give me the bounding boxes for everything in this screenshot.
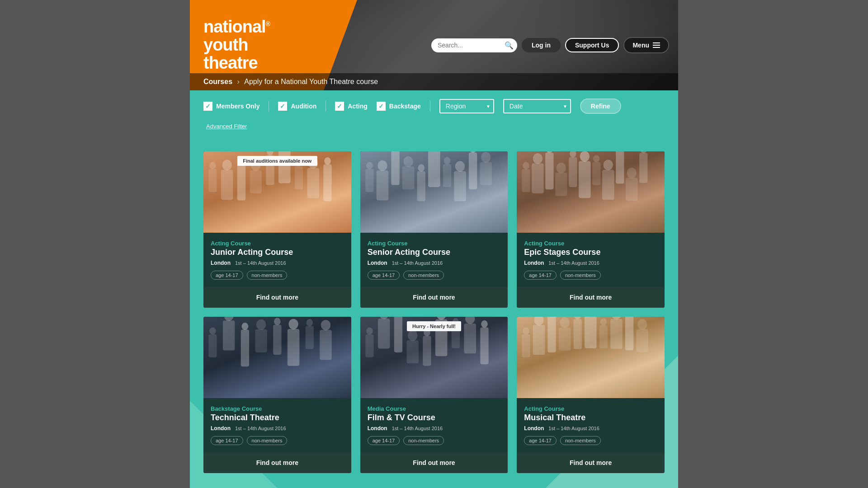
svg-rect-21 <box>365 169 373 192</box>
menu-button[interactable]: Menu <box>623 37 669 53</box>
card-cta-6[interactable]: Find out more <box>517 452 665 473</box>
card-title: Epic Stages Course <box>524 248 657 257</box>
checkmark-acting: ✓ <box>337 103 342 110</box>
svg-point-1 <box>209 162 216 169</box>
card-meta: London 1st – 14th August 2016 <box>211 425 344 432</box>
svg-rect-107 <box>559 328 571 351</box>
region-select-wrapper[interactable]: Region London Manchester Birmingham <box>439 99 494 113</box>
card-body-1: Acting Course Junior Acting Course Londo… <box>203 233 351 287</box>
svg-point-55 <box>604 160 613 170</box>
card-cta-label: Find out more <box>413 294 455 301</box>
search-box[interactable]: 🔍 <box>431 38 517 52</box>
svg-point-64 <box>209 328 216 335</box>
svg-rect-96 <box>464 324 476 353</box>
card-tags: age 14-17non-members <box>368 271 501 280</box>
card-tag: age 14-17 <box>368 271 400 280</box>
header: national®youththeatre 🔍 Log in Support U… <box>190 0 678 90</box>
svg-rect-6 <box>237 164 245 201</box>
svg-rect-31 <box>428 151 440 187</box>
login-button[interactable]: Log in <box>522 38 561 52</box>
date-select[interactable]: Date August 2016 September 2016 <box>503 99 571 113</box>
card-image-3 <box>517 151 665 233</box>
card-dates: 1st – 14th August 2016 <box>548 426 599 431</box>
breadcrumb-arrow: › <box>237 78 239 85</box>
image-overlay <box>360 151 508 233</box>
label-backstage: Backstage <box>389 103 421 110</box>
card-cta-2[interactable]: Find out more <box>360 287 508 308</box>
svg-point-70 <box>256 319 266 330</box>
card-cta-5[interactable]: Find out more <box>360 452 508 473</box>
breadcrumb-parent[interactable]: Courses <box>203 78 232 85</box>
svg-rect-90 <box>423 336 431 366</box>
card-meta: London 1st – 14th August 2016 <box>524 425 657 432</box>
svg-rect-44 <box>532 164 544 193</box>
card-tags: age 14-17non-members <box>524 271 657 280</box>
card-tag: non-members <box>560 271 601 280</box>
refine-button[interactable]: Refine <box>580 99 621 114</box>
card-title: Musical Theatre <box>524 413 657 422</box>
svg-rect-60 <box>626 178 638 201</box>
card-dates: 1st – 14th August 2016 <box>392 260 443 266</box>
svg-rect-56 <box>602 170 614 200</box>
image-overlay <box>203 317 351 398</box>
filter-backstage[interactable]: ✓ Backstage <box>377 102 421 111</box>
svg-point-32 <box>443 157 450 164</box>
checkbox-audition[interactable]: ✓ <box>278 102 287 111</box>
svg-rect-71 <box>255 329 267 352</box>
checkmark-audition: ✓ <box>280 103 285 110</box>
card-dates: 1st – 14th August 2016 <box>548 260 599 266</box>
card-body-6: Acting Course Musical Theatre London 1st… <box>517 398 665 452</box>
checkbox-members-only[interactable]: ✓ <box>203 102 212 111</box>
region-select[interactable]: Region London Manchester Birmingham <box>439 99 494 113</box>
course-card-6: Acting Course Musical Theatre London 1st… <box>517 317 665 473</box>
svg-rect-58 <box>616 151 624 184</box>
svg-rect-50 <box>569 157 577 187</box>
svg-point-87 <box>408 330 417 341</box>
card-cta-3[interactable]: Find out more <box>517 287 665 308</box>
filter-divider-3 <box>430 101 430 112</box>
card-cta-1[interactable]: Find out more <box>203 287 351 308</box>
card-tags: age 14-17non-members <box>368 436 501 445</box>
svg-rect-23 <box>376 170 388 200</box>
checkbox-backstage[interactable]: ✓ <box>377 102 386 111</box>
date-select-wrapper[interactable]: Date August 2016 September 2016 <box>503 99 571 113</box>
card-tag: age 14-17 <box>524 271 557 280</box>
svg-point-72 <box>274 318 281 325</box>
checkmark-members-only: ✓ <box>205 103 211 110</box>
course-card-4: Backstage Course Technical Theatre Londo… <box>203 317 351 473</box>
filter-divider-2 <box>326 101 326 112</box>
filter-members-only[interactable]: ✓ Members Only <box>203 102 259 111</box>
card-title: Film & TV Course <box>368 413 501 422</box>
card-cta-4[interactable]: Find out more <box>203 452 351 473</box>
svg-rect-113 <box>599 325 608 348</box>
card-dates: 1st – 14th August 2016 <box>392 426 443 431</box>
svg-rect-48 <box>555 173 567 196</box>
search-input[interactable] <box>438 42 501 49</box>
card-location: London <box>211 260 231 266</box>
svg-rect-75 <box>288 329 300 366</box>
advanced-filter-link[interactable]: Advanced Filter <box>206 123 247 130</box>
card-image-6 <box>517 317 665 398</box>
svg-rect-86 <box>394 317 402 352</box>
card-title: Senior Acting Course <box>368 248 501 257</box>
svg-point-43 <box>533 153 542 164</box>
card-location: London <box>524 260 544 266</box>
course-card-5: Hurry - Nearly full! <box>360 317 508 473</box>
svg-rect-117 <box>625 317 633 350</box>
checkbox-acting[interactable]: ✓ <box>335 102 344 111</box>
card-image-5: Hurry - Nearly full! <box>360 317 508 398</box>
filter-acting[interactable]: ✓ Acting <box>335 102 368 111</box>
svg-rect-73 <box>273 325 281 355</box>
filter-audition[interactable]: ✓ Audition <box>278 102 316 111</box>
label-audition: Audition <box>291 103 316 110</box>
svg-point-22 <box>377 160 387 171</box>
card-tag: age 14-17 <box>211 271 243 280</box>
svg-rect-105 <box>548 317 556 352</box>
support-button[interactable]: Support Us <box>565 38 619 52</box>
svg-rect-62 <box>639 153 647 183</box>
card-tags: age 14-17non-members <box>211 271 344 280</box>
svg-rect-103 <box>533 325 545 355</box>
course-card-1: Final auditions available now <box>203 151 351 308</box>
svg-rect-2 <box>208 169 217 192</box>
card-body-3: Acting Course Epic Stages Course London … <box>517 233 665 287</box>
